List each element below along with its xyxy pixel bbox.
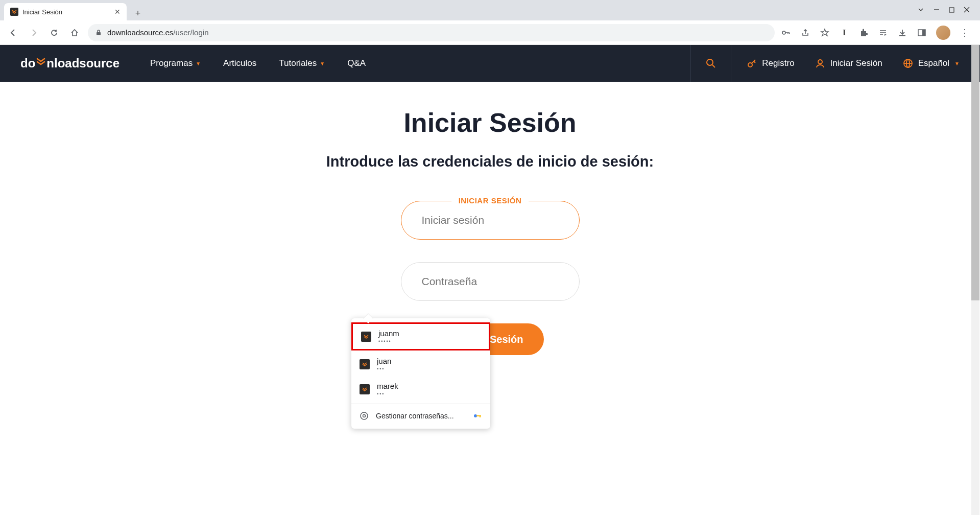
password-key-icon[interactable] <box>781 28 791 38</box>
credential-password-dots: ••••• <box>378 339 399 344</box>
login-input[interactable] <box>422 214 559 226</box>
maximize-button[interactable] <box>949 6 954 14</box>
nav-register[interactable]: Registro <box>747 58 794 68</box>
separator <box>351 404 490 404</box>
key-icon <box>747 58 757 68</box>
login-field-label: INICIAR SESIÓN <box>451 196 529 205</box>
svg-point-24 <box>363 415 366 417</box>
caret-down-icon: ▼ <box>954 61 960 66</box>
saved-credential-item[interactable]: juanm ••••• <box>351 322 490 350</box>
login-page: Iniciar Sesión Introduce las credenciale… <box>0 82 980 355</box>
svg-rect-4 <box>97 32 101 35</box>
site-favicon-icon <box>360 384 370 394</box>
browser-menu-icon[interactable]: ⋮ <box>960 28 970 38</box>
scrollbar-thumb[interactable] <box>971 45 979 300</box>
site-logo[interactable]: do nloadsource <box>20 56 119 71</box>
svg-point-14 <box>707 59 713 65</box>
search-icon <box>706 58 716 68</box>
key-icon <box>473 411 482 420</box>
minimize-button[interactable] <box>934 6 940 14</box>
logo-chevron-icon <box>35 56 46 71</box>
page-subtitle: Introduce las credenciales de inicio de … <box>326 153 654 170</box>
home-button[interactable] <box>67 26 82 40</box>
text-cursor-icon[interactable]: I <box>839 28 849 38</box>
back-button[interactable] <box>6 26 20 40</box>
browser-address-bar: downloadsource.es/user/login I ⋮ <box>0 20 980 45</box>
credential-username: juanm <box>378 329 399 338</box>
extensions-icon[interactable] <box>858 28 869 38</box>
url-host: downloadsource.es <box>107 28 173 37</box>
password-input[interactable] <box>422 275 559 288</box>
globe-icon <box>903 58 913 68</box>
svg-point-19 <box>818 60 822 64</box>
password-autofill-popup: juanm ••••• juan ••• marek ••• Gestionar… <box>351 318 490 429</box>
site-favicon-icon <box>10 8 18 16</box>
downloads-icon[interactable] <box>897 28 907 38</box>
saved-credential-item[interactable]: juan ••• <box>351 352 490 377</box>
credential-username: marek <box>377 382 398 390</box>
profile-avatar[interactable] <box>936 26 950 40</box>
svg-rect-27 <box>480 415 481 417</box>
svg-line-18 <box>754 61 755 63</box>
reload-button[interactable] <box>47 26 61 40</box>
nav-articulos[interactable]: Articulos <box>223 58 256 68</box>
svg-point-16 <box>748 63 752 67</box>
browser-tab-bar: Iniciar Sesión ✕ + <box>0 0 980 20</box>
chrome-icon <box>360 411 369 420</box>
nav-search-button[interactable] <box>690 45 731 82</box>
tab-search-icon[interactable] <box>917 6 924 15</box>
nav-language[interactable]: Español ▼ <box>903 58 960 68</box>
user-icon <box>815 58 825 68</box>
close-window-button[interactable] <box>964 6 970 14</box>
media-playlist-icon[interactable] <box>878 28 888 38</box>
new-tab-button[interactable]: + <box>131 6 145 20</box>
caret-down-icon: ▼ <box>320 61 325 66</box>
nav-tutoriales[interactable]: Tutoriales ▼ <box>279 58 325 68</box>
caret-down-icon: ▼ <box>196 61 201 66</box>
url-path: /user/login <box>173 28 208 37</box>
sidepanel-icon[interactable] <box>917 28 927 38</box>
nav-programas[interactable]: Programas ▼ <box>150 58 201 68</box>
credential-username: juan <box>377 357 391 365</box>
tab-title: Iniciar Sesión <box>22 8 110 16</box>
lock-icon <box>95 29 102 36</box>
bookmark-star-icon[interactable] <box>820 28 830 38</box>
nav-qa[interactable]: Q&A <box>347 58 366 68</box>
share-icon[interactable] <box>800 28 810 38</box>
nav-login[interactable]: Iniciar Sesión <box>815 58 882 68</box>
site-navigation: do nloadsource Programas ▼ Articulos Tut… <box>0 45 980 82</box>
svg-rect-1 <box>949 8 954 12</box>
svg-point-23 <box>361 412 368 419</box>
site-favicon-icon <box>360 359 370 369</box>
close-tab-icon[interactable]: ✕ <box>114 8 121 16</box>
manage-passwords-button[interactable]: Gestionar contraseñas... <box>351 406 490 426</box>
url-input[interactable]: downloadsource.es/user/login <box>88 24 775 41</box>
svg-line-15 <box>712 65 715 67</box>
password-field-wrapper <box>401 262 580 301</box>
window-controls <box>917 0 980 20</box>
svg-rect-13 <box>922 30 925 36</box>
site-favicon-icon <box>361 332 371 342</box>
svg-point-5 <box>782 31 785 34</box>
forward-button[interactable] <box>27 26 41 40</box>
page-title: Iniciar Sesión <box>403 107 576 138</box>
browser-tab-active[interactable]: Iniciar Sesión ✕ <box>4 3 127 20</box>
login-field-wrapper: INICIAR SESIÓN <box>401 201 580 240</box>
credential-password-dots: ••• <box>377 366 391 371</box>
vertical-scrollbar[interactable] <box>971 45 979 515</box>
credential-password-dots: ••• <box>377 391 398 396</box>
saved-credential-item[interactable]: marek ••• <box>351 377 490 402</box>
